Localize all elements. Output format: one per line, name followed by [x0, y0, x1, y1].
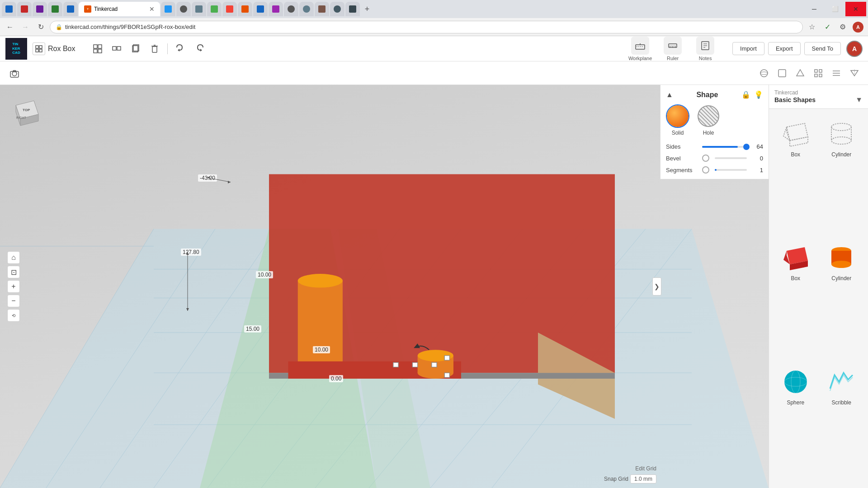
- library-header: Tinkercad Basic Shapes ▼: [769, 85, 868, 109]
- hole-option[interactable]: Hole: [697, 104, 720, 136]
- svg-marker-89: [787, 123, 808, 141]
- extensions-check-icon: ✓: [821, 21, 834, 33]
- tab-9[interactable]: [192, 2, 206, 16]
- maximize-button[interactable]: ⬜: [825, 2, 845, 16]
- orientation-cube[interactable]: TOP RIGHT: [9, 94, 45, 130]
- shape-name-cylinder-solid: Cylinder: [831, 275, 851, 282]
- view-tool-camera[interactable]: [5, 64, 24, 82]
- tab-1[interactable]: [2, 2, 16, 16]
- shape-item-sphere[interactable]: Sphere: [774, 362, 817, 483]
- forward-button[interactable]: →: [19, 21, 32, 33]
- tinkercad-logo[interactable]: TINKERCAD: [5, 38, 27, 60]
- bevel-circle[interactable]: [702, 155, 709, 162]
- sides-slider[interactable]: [702, 146, 747, 148]
- main-content: TOP RIGHT ⌂ ⊡ + − ⟲ -43.20 127.80 10.00 …: [0, 85, 868, 488]
- tab-15[interactable]: [284, 2, 298, 16]
- group-button[interactable]: [90, 41, 106, 57]
- shape-item-box-solid[interactable]: Box: [774, 238, 817, 358]
- view-wireframe-button[interactable]: [792, 65, 808, 81]
- svg-rect-35: [815, 70, 817, 72]
- viewport[interactable]: TOP RIGHT ⌂ ⊡ + − ⟲ -43.20 127.80 10.00 …: [0, 85, 769, 488]
- minimize-button[interactable]: ─: [804, 2, 825, 16]
- snap-value-dropdown[interactable]: 1.0 mm: [630, 474, 656, 483]
- delete-button[interactable]: [146, 41, 163, 57]
- view-solid-button[interactable]: [774, 65, 790, 81]
- segments-circle[interactable]: [702, 166, 709, 174]
- project-title: Rox Box: [48, 45, 75, 53]
- zoom-out-button[interactable]: −: [7, 295, 20, 307]
- bevel-value: 0: [750, 155, 763, 162]
- tab-2[interactable]: [17, 2, 32, 16]
- bevel-slider[interactable]: [715, 157, 747, 159]
- tab-19[interactable]: [345, 2, 360, 16]
- dimension-label-4: 15.00: [244, 325, 261, 333]
- ungroup-button[interactable]: [108, 41, 125, 57]
- address-bar[interactable]: 🔒 tinkercad.com/things/9FBOR1eSGpR-rox-b…: [50, 21, 803, 33]
- undo-button[interactable]: [172, 41, 189, 57]
- home-button[interactable]: ⌂: [7, 251, 20, 264]
- fit-button[interactable]: ⊡: [7, 266, 20, 278]
- zoom-in-button[interactable]: +: [7, 280, 20, 293]
- view-perspective-button[interactable]: [756, 65, 772, 81]
- svg-point-95: [831, 137, 851, 144]
- collapse-icon[interactable]: ▲: [666, 91, 673, 99]
- export-button[interactable]: Export: [768, 42, 801, 55]
- view-grid-button[interactable]: [810, 65, 826, 81]
- expand-panel-button[interactable]: ❯: [652, 277, 661, 296]
- workplane-button[interactable]: Workplane: [624, 37, 656, 61]
- library-expand-icon[interactable]: ▼: [855, 96, 863, 104]
- shapes-library: Tinkercad Basic Shapes ▼ Bo: [769, 85, 868, 488]
- new-tab-button[interactable]: +: [361, 3, 373, 15]
- lock-shape-icon[interactable]: 🔒: [741, 90, 750, 99]
- bookmark-button[interactable]: ☆: [806, 21, 818, 33]
- back-button[interactable]: ←: [4, 21, 16, 33]
- light-shape-icon[interactable]: 💡: [754, 90, 763, 99]
- tab-3[interactable]: [33, 2, 47, 16]
- ruler-button[interactable]: Ruler: [656, 37, 689, 61]
- tab-4[interactable]: [48, 2, 62, 16]
- send-to-button[interactable]: Send To: [804, 42, 841, 55]
- sides-row: Sides 64: [666, 143, 763, 150]
- svg-rect-8: [113, 47, 116, 50]
- tab-8[interactable]: [176, 2, 191, 16]
- refresh-button[interactable]: ↻: [34, 21, 47, 33]
- redo-button[interactable]: [191, 41, 208, 57]
- svg-rect-36: [819, 70, 822, 72]
- settings-button[interactable]: ⚙: [836, 21, 849, 33]
- tab-16[interactable]: [299, 2, 314, 16]
- notes-button[interactable]: Notes: [689, 37, 722, 61]
- grid-view-button[interactable]: [33, 42, 45, 55]
- tab-17[interactable]: [315, 2, 329, 16]
- view-align-button[interactable]: [828, 65, 844, 81]
- perspective-button[interactable]: ⟲: [7, 309, 20, 322]
- tab-5[interactable]: [63, 2, 78, 16]
- close-button[interactable]: ✕: [845, 2, 866, 16]
- profile-button[interactable]: A: [852, 21, 864, 33]
- shape-item-cylinder-solid[interactable]: Cylinder: [821, 238, 863, 358]
- tab-12[interactable]: [238, 2, 252, 16]
- url-text: tinkercad.com/things/9FBOR1eSGpR-rox-box…: [65, 23, 797, 30]
- segments-slider[interactable]: [715, 169, 747, 171]
- tab-2-favicon: [21, 5, 28, 13]
- solid-option[interactable]: Solid: [666, 104, 689, 136]
- view-flip-button[interactable]: [846, 65, 863, 81]
- tab-14[interactable]: [269, 2, 283, 16]
- svg-rect-38: [819, 74, 822, 77]
- import-button[interactable]: Import: [732, 42, 764, 55]
- shape-item-box-outline[interactable]: Box: [774, 114, 817, 235]
- shape-panel-icons: 🔒 💡: [741, 90, 763, 99]
- user-avatar[interactable]: A: [846, 41, 863, 57]
- tab-18[interactable]: [330, 2, 344, 16]
- tab-13[interactable]: [253, 2, 268, 16]
- tab-3-favicon: [36, 5, 43, 13]
- copy-button[interactable]: [127, 41, 144, 57]
- tab-7[interactable]: [161, 2, 175, 16]
- edit-grid-button[interactable]: Edit Grid: [635, 465, 656, 472]
- tab-10[interactable]: [207, 2, 222, 16]
- tab-11[interactable]: [222, 2, 237, 16]
- svg-rect-3: [39, 49, 42, 52]
- tab-active-close[interactable]: ✕: [149, 5, 155, 13]
- shape-item-cylinder-outline[interactable]: Cylinder: [821, 114, 863, 235]
- tab-active[interactable]: T Tinkercad ✕: [79, 2, 160, 16]
- shape-item-scribble[interactable]: Scribble: [821, 362, 863, 483]
